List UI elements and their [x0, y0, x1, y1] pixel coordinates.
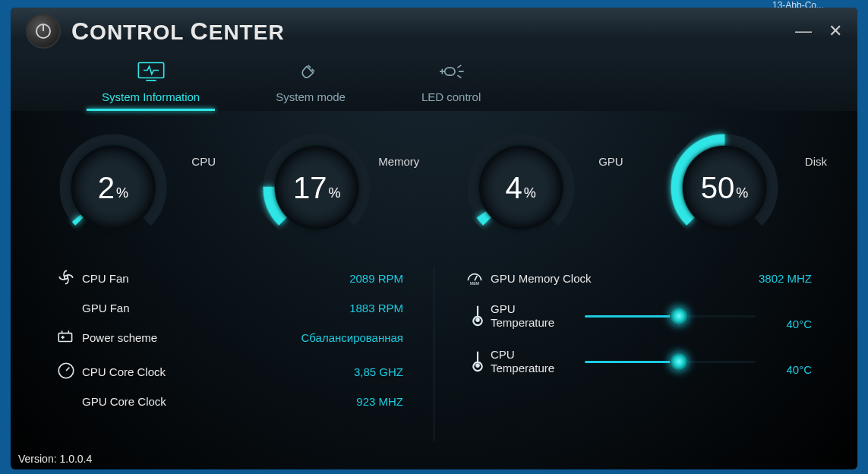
svg-rect-19 — [58, 333, 71, 342]
row-gpu-memory-clock: MEM GPU Memory Clock 3802 MHZ — [465, 267, 812, 289]
tab-led-control[interactable]: LED control — [399, 58, 503, 111]
row-power-scheme: Power scheme Сбалансированная — [56, 327, 403, 349]
gauge-unit: % — [524, 185, 536, 201]
slider-value: 40°C — [766, 318, 812, 330]
stat-label: CPU Core Clock — [82, 365, 166, 378]
gauge-label: Disk — [805, 155, 827, 168]
tab-panel-system-information: CPU 2 % Memory — [11, 111, 857, 447]
slider-label: GPUTemperature — [491, 302, 574, 330]
control-center-window: CONTROL CENTER — ✕ System Information Sy… — [11, 8, 857, 469]
cpu-temp-slider[interactable] — [585, 361, 756, 363]
svg-point-29 — [475, 363, 480, 368]
gauge-gpu: GPU 4 % — [464, 131, 608, 245]
slider-label: CPUTemperature — [491, 348, 574, 375]
stat-value: Сбалансированная — [301, 331, 403, 344]
row-cpu-fan: CPU Fan 2089 RPM — [56, 267, 403, 289]
svg-point-28 — [475, 318, 480, 322]
gauge-memory: Memory 17 % — [260, 131, 404, 245]
svg-text:MEM: MEM — [470, 281, 480, 286]
titlebar: CONTROL CENTER — ✕ — [11, 8, 857, 52]
svg-line-9 — [457, 75, 461, 77]
gpu-temp-slider[interactable] — [585, 315, 756, 318]
gauge-disk: Disk 50 % — [668, 131, 812, 245]
gauge-unit: % — [329, 185, 341, 201]
tab-label: System mode — [276, 90, 346, 103]
stat-label: CPU Fan — [82, 272, 129, 285]
gauge-row: CPU 2 % Memory — [49, 131, 819, 267]
minimize-button[interactable]: — — [795, 21, 812, 41]
tab-bar: System Information System mode LED contr… — [11, 52, 857, 111]
row-gpu-temperature: GPUTemperature 40°C — [465, 302, 812, 330]
gauge-value: 2 — [98, 171, 115, 205]
app-title: CONTROL CENTER — [71, 17, 285, 46]
row-cpu-core-clock: CPU Core Clock 3,85 GHZ — [56, 361, 403, 383]
monitor-icon — [136, 61, 166, 86]
stats-left-column: CPU Fan 2089 RPM GPU Fan 1883 RPM Power … — [49, 267, 434, 441]
close-button[interactable]: ✕ — [829, 21, 842, 41]
gauge-unit: % — [736, 185, 748, 201]
slider-value: 40°C — [766, 363, 812, 376]
thermometer-icon — [465, 347, 491, 376]
stat-label: GPU Memory Clock — [491, 272, 592, 285]
stat-value: 3,85 GHZ — [354, 365, 403, 378]
thermometer-icon — [465, 302, 491, 330]
footer-version: Version: 1.0.0.4 — [11, 447, 857, 469]
tab-label: LED control — [421, 90, 481, 103]
battery-icon — [56, 327, 82, 349]
gauge-label: Memory — [378, 155, 419, 168]
gauge-value: 50 — [701, 171, 735, 205]
gauge-unit: % — [116, 185, 128, 201]
tab-label: System Information — [102, 90, 200, 103]
tab-system-information[interactable]: System Information — [79, 58, 223, 111]
svg-line-26 — [475, 276, 477, 281]
gauge-value: 17 — [293, 171, 327, 205]
svg-rect-4 — [445, 68, 455, 75]
row-gpu-fan: GPU Fan 1883 RPM — [56, 302, 403, 314]
gauge-label: CPU — [191, 155, 216, 168]
stat-value: 2089 RPM — [349, 272, 403, 285]
stat-label: GPU Core Clock — [82, 395, 166, 408]
stats-right-column: MEM GPU Memory Clock 3802 MHZ GPUTempera… — [434, 267, 819, 441]
led-icon — [436, 61, 466, 86]
svg-point-18 — [65, 276, 68, 279]
tab-system-mode[interactable]: System mode — [253, 58, 368, 111]
gauge-cpu: CPU 2 % — [56, 131, 200, 245]
stat-value: 923 MHZ — [356, 395, 403, 408]
plug-icon — [295, 61, 326, 86]
stat-label: GPU Fan — [82, 302, 130, 314]
stat-label: Power scheme — [82, 331, 157, 344]
gauge-label: GPU — [598, 155, 623, 168]
stat-value: 1883 RPM — [349, 302, 403, 314]
fan-icon — [56, 267, 82, 289]
app-logo-icon — [26, 14, 61, 49]
row-gpu-core-clock: GPU Core Clock 923 MHZ — [56, 395, 403, 408]
gauge-icon — [56, 361, 82, 383]
stats-area: CPU Fan 2089 RPM GPU Fan 1883 RPM Power … — [49, 267, 819, 441]
row-cpu-temperature: CPUTemperature 40°C — [465, 347, 812, 376]
svg-line-25 — [66, 368, 69, 371]
mem-gauge-icon: MEM — [465, 267, 491, 289]
stat-value: 3802 MHZ — [759, 272, 812, 285]
svg-line-7 — [457, 65, 461, 68]
gauge-value: 4 — [506, 171, 522, 205]
